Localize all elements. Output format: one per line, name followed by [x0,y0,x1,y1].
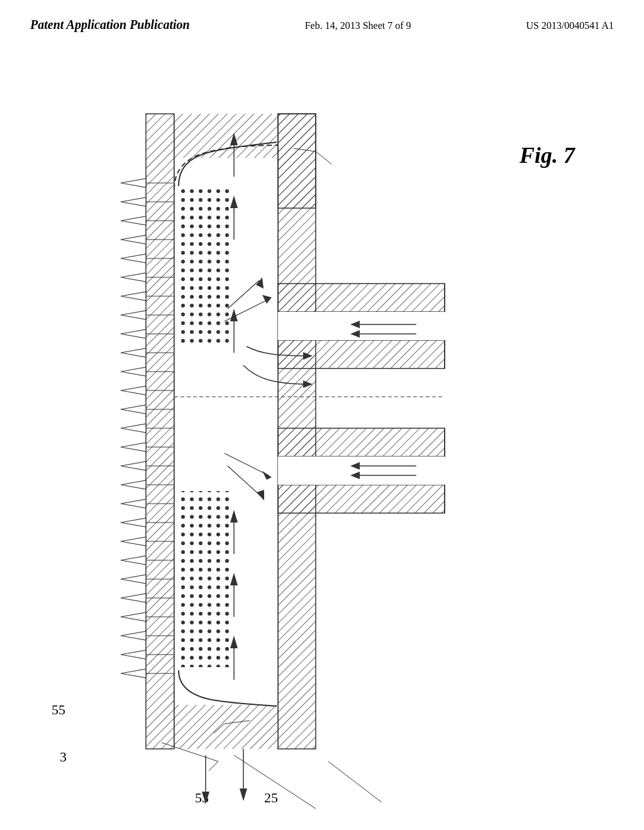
publication-title: Patent Application Publication [30,18,190,32]
svg-marker-61 [121,329,146,338]
svg-rect-17 [278,428,445,456]
svg-marker-85 [121,556,146,565]
patent-figure-7 [108,64,536,830]
svg-marker-73 [121,443,146,451]
svg-rect-13 [278,340,445,368]
svg-rect-12 [278,284,445,312]
svg-line-113 [234,755,316,809]
svg-marker-83 [121,537,146,546]
svg-marker-69 [121,405,146,414]
svg-rect-8 [176,491,230,667]
svg-marker-93 [121,631,146,640]
svg-marker-47 [121,197,146,206]
svg-marker-53 [121,254,146,263]
publication-date-sheet: Feb. 14, 2013 Sheet 7 of 9 [305,20,411,31]
page-header: Patent Application Publication Feb. 14, … [0,0,644,32]
svg-marker-55 [121,273,146,282]
publication-number: US 2013/0040541 A1 [526,20,614,31]
svg-marker-97 [121,669,146,678]
svg-marker-75 [121,462,146,470]
svg-rect-19 [278,456,445,485]
svg-rect-18 [278,485,445,513]
svg-marker-63 [121,348,146,357]
svg-marker-59 [121,311,146,319]
svg-rect-10 [278,114,316,208]
svg-rect-14 [278,312,445,340]
svg-marker-81 [121,518,146,527]
svg-marker-95 [121,650,146,659]
svg-marker-87 [121,575,146,584]
svg-marker-51 [121,235,146,244]
svg-marker-79 [121,499,146,508]
svg-marker-67 [121,386,146,395]
svg-marker-71 [121,424,146,433]
svg-line-107 [316,152,331,164]
figure-area: 55 55 3 53 25 Fig. 7 [0,45,644,824]
ref-3: 3 [60,749,67,765]
svg-rect-9 [174,114,278,158]
svg-marker-116 [202,792,209,804]
svg-rect-7 [176,189,230,346]
ref-55-bottom: 55 [52,702,65,718]
svg-marker-49 [121,216,146,225]
svg-line-114 [328,761,382,802]
svg-marker-65 [121,367,146,376]
svg-rect-11 [174,705,278,749]
svg-marker-57 [121,292,146,301]
svg-line-111 [209,761,218,771]
svg-marker-45 [121,179,146,187]
svg-marker-77 [121,480,146,489]
svg-rect-2 [146,114,174,749]
svg-marker-118 [240,788,247,801]
svg-marker-89 [121,594,146,602]
svg-marker-91 [121,612,146,621]
